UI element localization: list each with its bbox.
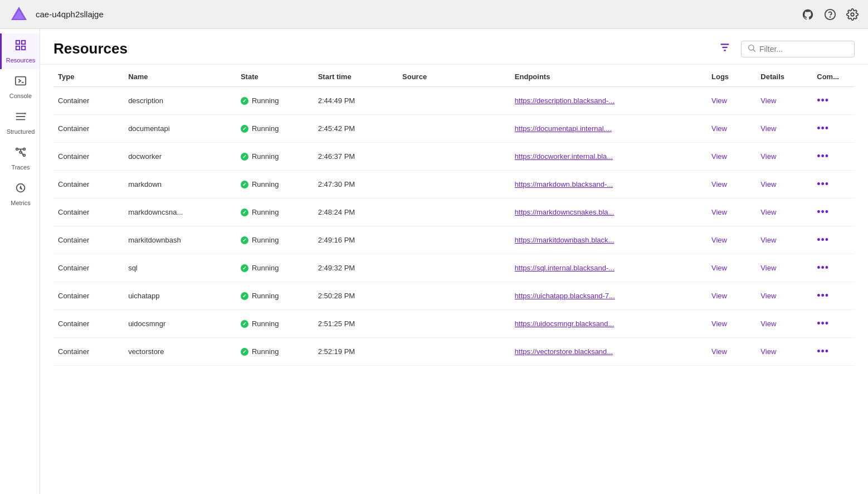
sidebar-label-metrics: Metrics (11, 200, 30, 206)
endpoint-link[interactable]: https://sql.internal.blacksand-... (515, 264, 615, 272)
col-header-name: Name (124, 65, 236, 87)
logs-view-link[interactable]: View (711, 236, 727, 244)
cell-source (398, 115, 510, 143)
search-input[interactable] (759, 45, 849, 54)
filter-button[interactable] (715, 38, 734, 60)
state-label: Running (252, 96, 279, 105)
sidebar: Resources Console Structured (0, 29, 40, 494)
details-view-link[interactable]: View (760, 264, 776, 272)
settings-icon[interactable] (846, 8, 859, 21)
help-icon[interactable] (823, 8, 837, 21)
cell-name: markdown (124, 171, 236, 198)
sidebar-item-structured[interactable]: Structured (0, 105, 40, 141)
cell-logs: View (707, 338, 756, 366)
details-view-link[interactable]: View (760, 347, 776, 356)
cell-details: View (756, 198, 812, 226)
cell-endpoint: https://markdown.blacksand-... (510, 171, 707, 198)
table-row: Container documentapi Running 2:45:42 PM… (53, 115, 855, 143)
more-button[interactable]: ••• (817, 123, 829, 134)
logs-view-link[interactable]: View (711, 180, 727, 188)
state-dot (241, 209, 248, 216)
cell-state: Running (236, 226, 314, 254)
endpoint-link[interactable]: https://description.blacksand-... (515, 96, 615, 105)
details-view-link[interactable]: View (760, 319, 776, 328)
details-view-link[interactable]: View (760, 124, 776, 133)
more-button[interactable]: ••• (817, 290, 829, 301)
main-header: Resources (40, 29, 868, 65)
cell-type: Container (53, 115, 124, 143)
logs-view-link[interactable]: View (711, 319, 727, 328)
cell-details: View (756, 87, 812, 115)
cell-state: Running (236, 338, 314, 366)
cell-details: View (756, 143, 812, 171)
endpoint-link[interactable]: https://markdowncsnakes.bla... (515, 208, 614, 216)
more-button[interactable]: ••• (817, 262, 829, 273)
endpoint-link[interactable]: https://markitdownbash.black... (515, 236, 614, 244)
endpoint-link[interactable]: https://vectorstore.blacksand... (515, 347, 613, 356)
endpoint-link[interactable]: https://uidocsmngr.blacksand... (515, 319, 614, 328)
more-button[interactable]: ••• (817, 95, 829, 106)
cell-state: Running (236, 143, 314, 171)
cell-state: Running (236, 87, 314, 115)
cell-start-time: 2:44:49 PM (314, 87, 398, 115)
details-view-link[interactable]: View (760, 96, 776, 105)
sidebar-label-console: Console (9, 93, 32, 99)
logs-view-link[interactable]: View (711, 124, 727, 133)
github-icon[interactable] (801, 8, 815, 21)
more-button[interactable]: ••• (817, 346, 829, 357)
cell-more: ••• (812, 338, 855, 366)
svg-point-15 (16, 148, 18, 151)
topbar-icons (801, 8, 859, 21)
details-view-link[interactable]: View (760, 152, 776, 161)
svg-point-4 (851, 13, 854, 16)
svg-rect-5 (16, 41, 19, 44)
cell-more: ••• (812, 87, 855, 115)
col-header-start: Start time (314, 65, 398, 87)
details-view-link[interactable]: View (760, 292, 776, 300)
table-row: Container markitdownbash Running 2:49:16… (53, 226, 855, 254)
sidebar-item-traces[interactable]: Traces (0, 141, 40, 176)
search-icon (747, 43, 756, 55)
state-dot (241, 181, 248, 188)
col-header-logs: Logs (707, 65, 756, 87)
cell-source (398, 226, 510, 254)
svg-point-27 (749, 45, 754, 50)
more-button[interactable]: ••• (817, 178, 829, 190)
endpoint-link[interactable]: https://uichatapp.blacksand-7... (515, 292, 615, 300)
endpoint-link[interactable]: https://docworker.internal.bla... (515, 152, 613, 161)
details-view-link[interactable]: View (760, 236, 776, 244)
svg-point-16 (19, 151, 22, 153)
details-view-link[interactable]: View (760, 208, 776, 216)
endpoint-link[interactable]: https://documentapi.internal.... (515, 124, 612, 133)
details-view-link[interactable]: View (760, 180, 776, 188)
svg-point-18 (23, 154, 26, 157)
cell-logs: View (707, 282, 756, 310)
logs-view-link[interactable]: View (711, 347, 727, 356)
sidebar-item-resources[interactable]: Resources (0, 33, 40, 69)
more-button[interactable]: ••• (817, 318, 829, 329)
logs-view-link[interactable]: View (711, 152, 727, 161)
sidebar-item-console[interactable]: Console (0, 69, 40, 105)
cell-more: ••• (812, 198, 855, 226)
cell-name: docworker (124, 143, 236, 171)
endpoint-link[interactable]: https://markdown.blacksand-... (515, 180, 613, 188)
cell-start-time: 2:48:24 PM (314, 198, 398, 226)
table-row: Container vectorstore Running 2:52:19 PM… (53, 338, 855, 366)
more-button[interactable]: ••• (817, 206, 829, 217)
cell-start-time: 2:50:28 PM (314, 282, 398, 310)
logs-view-link[interactable]: View (711, 264, 727, 272)
logs-view-link[interactable]: View (711, 208, 727, 216)
cell-more: ••• (812, 282, 855, 310)
cell-logs: View (707, 254, 756, 282)
col-header-type: Type (53, 65, 124, 87)
col-header-source: Source (398, 65, 510, 87)
table-row: Container uidocsmngr Running 2:51:25 PM … (53, 310, 855, 338)
more-button[interactable]: ••• (817, 151, 829, 162)
state-badge: Running (241, 319, 309, 328)
sidebar-item-metrics[interactable]: Metrics (0, 176, 40, 212)
logs-view-link[interactable]: View (711, 96, 727, 105)
more-button[interactable]: ••• (817, 234, 829, 245)
logs-view-link[interactable]: View (711, 292, 727, 300)
cell-source (398, 254, 510, 282)
svg-rect-7 (16, 46, 19, 50)
